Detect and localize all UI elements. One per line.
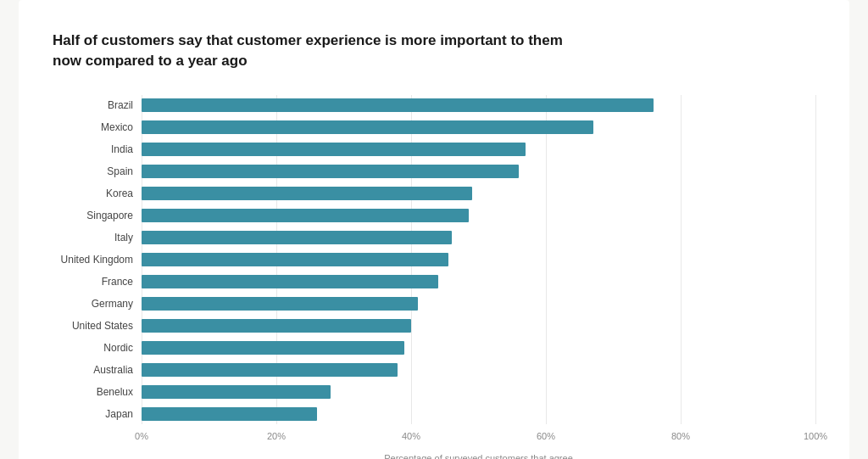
bar-label: Spain bbox=[53, 165, 142, 177]
bar-row: Japan bbox=[53, 404, 815, 424]
bar-fill bbox=[142, 341, 404, 355]
x-tick: 40% bbox=[402, 431, 420, 441]
bar-row: India bbox=[53, 139, 815, 160]
bar-track bbox=[142, 363, 815, 377]
bar-label: Italy bbox=[53, 232, 142, 243]
bar-label: Brazil bbox=[53, 99, 142, 111]
bar-track bbox=[142, 407, 815, 421]
bar-fill bbox=[142, 120, 593, 134]
bar-fill bbox=[142, 231, 452, 244]
x-tick: 100% bbox=[804, 431, 827, 441]
x-axis: 0%20%40%60%80%100% bbox=[53, 431, 815, 448]
bars-container: BrazilMexicoIndiaSpainKoreaSingaporeItal… bbox=[53, 95, 815, 424]
bar-row: Korea bbox=[53, 183, 815, 204]
bar-label: Nordic bbox=[53, 342, 142, 354]
bar-row: United Kingdom bbox=[53, 249, 815, 270]
bar-track bbox=[142, 319, 815, 333]
bar-track bbox=[142, 275, 815, 288]
bar-label: United Kingdom bbox=[53, 254, 142, 266]
chart-container: Half of customers say that customer expe… bbox=[19, 0, 849, 459]
bar-fill bbox=[142, 187, 472, 200]
chart-title: Half of customers say that customer expe… bbox=[53, 31, 595, 71]
bar-track bbox=[142, 209, 815, 222]
bar-label: Mexico bbox=[53, 121, 142, 133]
bar-track bbox=[142, 385, 815, 399]
bar-fill bbox=[142, 98, 654, 112]
bar-track bbox=[142, 143, 815, 156]
bar-track bbox=[142, 98, 815, 112]
bar-fill bbox=[142, 407, 317, 421]
bar-row: Benelux bbox=[53, 382, 815, 402]
bar-track bbox=[142, 297, 815, 311]
bar-fill bbox=[142, 275, 438, 288]
bar-label: Australia bbox=[53, 364, 142, 376]
bar-fill bbox=[142, 253, 448, 266]
bar-fill bbox=[142, 165, 519, 178]
bar-fill bbox=[142, 385, 331, 399]
bar-row: France bbox=[53, 271, 815, 292]
grid-line bbox=[815, 95, 816, 424]
bar-label: France bbox=[53, 276, 142, 288]
bar-track bbox=[142, 231, 815, 244]
x-axis-label: Percentage of surveyed customers that ag… bbox=[53, 453, 815, 459]
bar-label: Korea bbox=[53, 188, 142, 199]
bar-fill bbox=[142, 143, 526, 156]
bar-label: United States bbox=[53, 320, 142, 332]
bar-fill bbox=[142, 319, 411, 333]
bar-row: Germany bbox=[53, 294, 815, 314]
bar-row: Mexico bbox=[53, 117, 815, 137]
x-tick: 60% bbox=[537, 431, 555, 441]
bar-fill bbox=[142, 297, 418, 311]
bar-track bbox=[142, 165, 815, 178]
x-tick: 20% bbox=[267, 431, 286, 441]
bar-fill bbox=[142, 209, 469, 222]
bar-row: Singapore bbox=[53, 205, 815, 226]
x-tick: 0% bbox=[135, 431, 148, 441]
bar-label: Germany bbox=[53, 298, 142, 310]
bar-label: Singapore bbox=[53, 210, 142, 221]
bar-row: Spain bbox=[53, 161, 815, 182]
bar-row: Nordic bbox=[53, 338, 815, 358]
bar-track bbox=[142, 253, 815, 266]
bar-label: India bbox=[53, 143, 142, 155]
bar-label: Benelux bbox=[53, 386, 142, 398]
bar-row: United States bbox=[53, 316, 815, 336]
bar-track bbox=[142, 341, 815, 355]
bar-label: Japan bbox=[53, 408, 142, 420]
x-tick: 80% bbox=[671, 431, 690, 441]
bar-row: Italy bbox=[53, 227, 815, 248]
bar-track bbox=[142, 187, 815, 200]
bar-fill bbox=[142, 363, 398, 377]
bar-row: Brazil bbox=[53, 95, 815, 115]
bar-track bbox=[142, 120, 815, 134]
bar-row: Australia bbox=[53, 360, 815, 380]
